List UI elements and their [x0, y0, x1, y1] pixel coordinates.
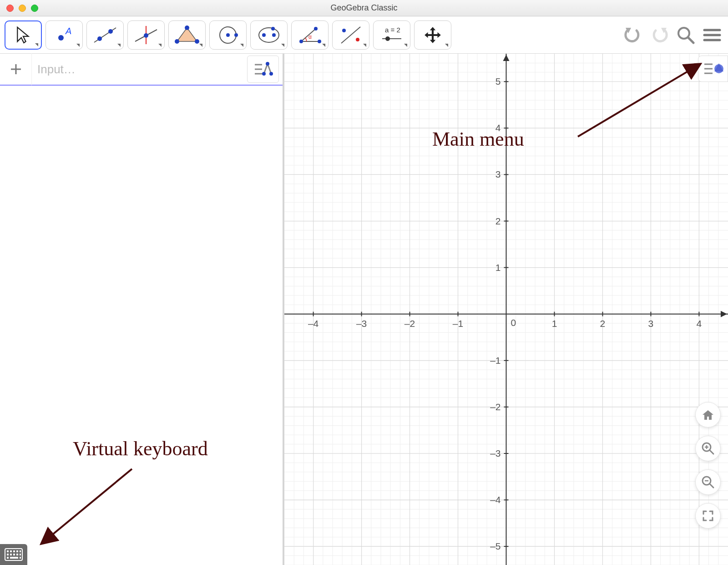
svg-text:5: 5: [495, 76, 501, 87]
ellipse-tool[interactable]: [250, 20, 288, 50]
svg-point-42: [266, 62, 269, 66]
annotation-virtual-keyboard: Virtual keyboard: [73, 437, 208, 460]
svg-point-9: [185, 25, 189, 30]
home-button[interactable]: [695, 402, 721, 428]
zoom-out-button[interactable]: [695, 469, 721, 495]
svg-point-13: [226, 33, 230, 37]
svg-rect-56: [10, 557, 18, 559]
svg-text:–4: –4: [490, 494, 501, 505]
svg-rect-53: [16, 554, 18, 555]
annotation-arrow-main-menu: [573, 55, 714, 146]
svg-point-41: [262, 72, 266, 76]
svg-point-43: [269, 72, 273, 76]
svg-point-26: [342, 29, 346, 32]
angle-tool[interactable]: α: [291, 20, 329, 50]
svg-point-30: [385, 36, 390, 41]
window-title: GeoGebra Classic: [0, 3, 728, 13]
svg-point-7: [144, 33, 148, 38]
svg-rect-51: [10, 554, 12, 555]
svg-point-24: [314, 27, 318, 31]
svg-point-16: [262, 33, 266, 37]
svg-text:–4: –4: [308, 318, 319, 329]
svg-text:–1: –1: [453, 318, 463, 329]
svg-text:a = 2: a = 2: [385, 26, 400, 34]
svg-text:3: 3: [648, 318, 654, 329]
svg-point-0: [58, 35, 64, 41]
svg-point-4: [108, 29, 113, 34]
svg-line-32: [688, 37, 693, 43]
svg-rect-45: [7, 550, 9, 552]
virtual-keyboard-button[interactable]: [0, 544, 27, 565]
undo-button[interactable]: [622, 24, 644, 46]
move-tool[interactable]: [5, 20, 42, 50]
titlebar: GeoGebra Classic: [0, 0, 728, 16]
svg-point-14: [234, 33, 238, 37]
svg-text:2: 2: [600, 318, 606, 329]
svg-line-229: [578, 64, 701, 137]
svg-point-11: [175, 39, 179, 44]
svg-point-3: [97, 36, 102, 41]
svg-rect-48: [16, 550, 18, 552]
line-tool[interactable]: [86, 20, 124, 50]
main-menu-button[interactable]: [701, 24, 723, 46]
svg-point-17: [272, 33, 276, 37]
svg-text:2: 2: [495, 216, 501, 226]
svg-line-223: [710, 450, 713, 454]
svg-text:–5: –5: [490, 541, 500, 551]
svg-rect-55: [7, 557, 9, 559]
zoom-in-button[interactable]: [695, 436, 721, 461]
search-button[interactable]: [674, 24, 697, 46]
svg-text:–3: –3: [490, 448, 500, 458]
svg-rect-47: [13, 550, 15, 552]
reflect-tool[interactable]: [332, 20, 369, 50]
svg-text:α: α: [308, 34, 312, 40]
svg-text:1: 1: [552, 318, 557, 329]
svg-line-2: [94, 28, 116, 42]
svg-point-23: [318, 40, 321, 43]
redo-button[interactable]: [648, 24, 671, 46]
svg-point-27: [356, 38, 359, 41]
svg-text:–2: –2: [490, 402, 500, 412]
annotation-arrow-virtual-keyboard: [27, 464, 141, 555]
svg-rect-46: [10, 550, 12, 552]
svg-rect-50: [7, 554, 9, 555]
svg-text:1: 1: [495, 262, 501, 273]
graphics-float-controls: [695, 402, 721, 529]
svg-point-10: [195, 39, 199, 44]
input-bar: Input…: [0, 54, 283, 86]
svg-rect-52: [13, 554, 15, 555]
svg-text:A: A: [65, 26, 71, 36]
annotation-main-menu: Main menu: [432, 127, 524, 151]
slider-tool[interactable]: a = 2: [373, 20, 410, 50]
svg-text:4: 4: [697, 318, 702, 329]
algebra-view-options[interactable]: [247, 56, 279, 83]
move-graphics-tool[interactable]: [414, 20, 451, 50]
fullscreen-button[interactable]: [695, 503, 721, 529]
main-toolbar: A α a = 2: [0, 16, 728, 54]
svg-text:3: 3: [495, 169, 501, 179]
polygon-tool[interactable]: [168, 20, 206, 50]
svg-text:–3: –3: [356, 318, 367, 329]
svg-rect-57: [20, 557, 21, 559]
svg-line-230: [41, 469, 132, 544]
circle-tool[interactable]: [209, 20, 247, 50]
svg-text:–2: –2: [404, 318, 415, 329]
svg-text:0: 0: [511, 317, 516, 328]
svg-rect-54: [20, 554, 21, 555]
algebra-input[interactable]: Input…: [32, 62, 247, 76]
svg-rect-49: [20, 550, 21, 552]
svg-point-22: [299, 40, 303, 43]
svg-line-227: [710, 484, 713, 488]
point-tool[interactable]: A: [46, 20, 83, 50]
svg-text:–1: –1: [490, 355, 500, 366]
add-input-button[interactable]: [0, 53, 32, 85]
svg-point-18: [271, 27, 275, 31]
perpendicular-line-tool[interactable]: [127, 20, 165, 50]
svg-point-15: [259, 28, 279, 42]
